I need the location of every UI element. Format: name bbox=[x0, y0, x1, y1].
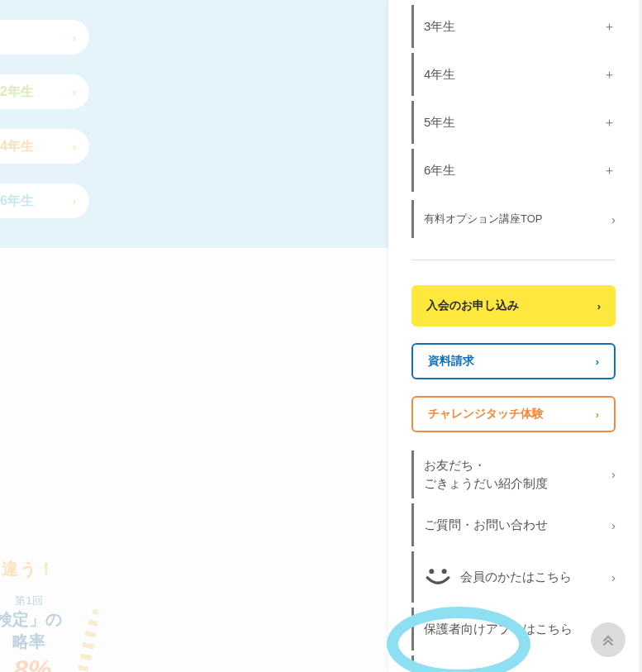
apply-button[interactable]: 入会のお申し込み › bbox=[411, 285, 616, 326]
nav-inquiries[interactable]: ご質問・お問い合わせ › bbox=[411, 503, 616, 546]
svg-point-1 bbox=[442, 569, 447, 574]
chevron-right-icon: › bbox=[597, 300, 601, 312]
plus-icon: ＋ bbox=[603, 19, 616, 35]
plus-icon: ＋ bbox=[603, 163, 616, 179]
plus-icon: ＋ bbox=[603, 67, 616, 83]
nav-item-label: 3年生 bbox=[424, 19, 455, 35]
nav-item-label: 4年生 bbox=[424, 67, 455, 83]
nav-item-label: お友だち・ ごきょうだい紹介制度 bbox=[424, 456, 548, 493]
nav-option-top[interactable]: 有料オプション講座TOP › bbox=[411, 200, 616, 238]
chevron-right-icon: › bbox=[611, 570, 616, 584]
request-docs-button[interactable]: 資料請求 › bbox=[411, 343, 616, 379]
nav-item-label: サイトマップ bbox=[424, 670, 498, 673]
nav-sitemap[interactable]: サイトマップ › bbox=[411, 655, 616, 672]
nav-grade-5[interactable]: 5年生 ＋ bbox=[411, 101, 616, 144]
scrollbar-track[interactable] bbox=[639, 0, 642, 672]
button-label: チャレンジタッチ体験 bbox=[428, 407, 544, 422]
chevron-right-icon: › bbox=[611, 212, 616, 226]
nav-item-label: 5年生 bbox=[424, 115, 455, 131]
modal-backdrop bbox=[0, 0, 388, 672]
trial-button[interactable]: チャレンジタッチ体験 › bbox=[411, 396, 616, 432]
nav-drawer: 3年生 ＋ 4年生 ＋ 5年生 ＋ 6年生 ＋ 有料オプション講座TOP › 入… bbox=[388, 0, 639, 672]
nav-item-label: 有料オプション講座TOP bbox=[424, 212, 543, 226]
chevron-right-icon: › bbox=[611, 518, 616, 532]
nav-parent-app[interactable]: 保護者向けアプリはこちら › bbox=[411, 608, 616, 651]
smiley-face-icon bbox=[424, 565, 452, 589]
divider bbox=[411, 260, 616, 260]
nav-grade-4[interactable]: 4年生 ＋ bbox=[411, 53, 616, 96]
scroll-to-top-button[interactable] bbox=[591, 622, 625, 657]
nav-grade-6[interactable]: 6年生 ＋ bbox=[411, 149, 616, 192]
nav-item-label: 6年生 bbox=[424, 163, 455, 179]
nav-referral[interactable]: お友だち・ ごきょうだい紹介制度 › bbox=[411, 450, 616, 498]
chevron-right-icon: › bbox=[611, 465, 616, 484]
chevrons-up-icon bbox=[602, 633, 615, 646]
chevron-right-icon: › bbox=[596, 355, 599, 368]
nav-item-label: 保護者向けアプリはこちら bbox=[424, 622, 573, 637]
nav-item-label: ご質問・お問い合わせ bbox=[424, 517, 548, 533]
nav-members[interactable]: 会員のかたはこちら › bbox=[411, 551, 616, 603]
svg-point-0 bbox=[429, 569, 434, 574]
nav-item-label: 会員のかたはこちら bbox=[460, 570, 572, 585]
button-label: 資料請求 bbox=[428, 354, 474, 369]
nav-grade-3[interactable]: 3年生 ＋ bbox=[411, 5, 616, 48]
button-label: 入会のお申し込み bbox=[426, 298, 519, 313]
chevron-right-icon: › bbox=[596, 408, 599, 421]
plus-icon: ＋ bbox=[603, 115, 616, 131]
